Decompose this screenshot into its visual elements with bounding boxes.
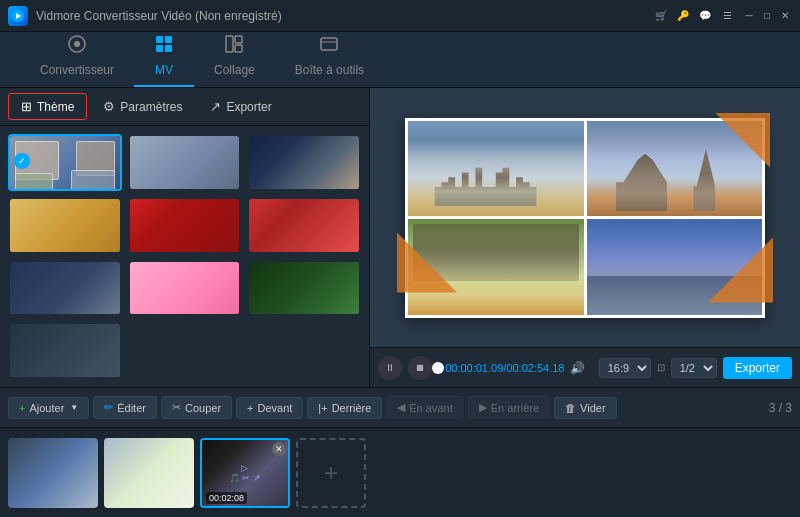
export-button-right[interactable]: Exporter [723, 357, 792, 379]
sub-tab-parametres-label: Paramètres [120, 100, 182, 114]
pause-button[interactable]: ⏸ [378, 356, 402, 380]
tab-mv[interactable]: MV [134, 28, 194, 87]
tab-boite-label: Boîte à outils [295, 63, 364, 77]
cut-label: Couper [185, 402, 221, 414]
theme-item-xmas-tree[interactable]: Christmas Tree [247, 260, 361, 317]
timeline: ▷🎵 ✂ ↗ 00:02:08✕+ [0, 427, 800, 517]
after-icon: |+ [318, 402, 327, 414]
theme-thumb-simple [130, 136, 240, 191]
progress-dot [432, 362, 444, 374]
tab-convertisseur-label: Convertisseur [40, 63, 114, 77]
add-clip-button[interactable]: + [296, 438, 366, 508]
svg-rect-8 [226, 36, 233, 52]
theme-item-snowy-night[interactable]: Snowy Night [8, 260, 122, 317]
clip-duration-clip3: 00:02:08 [206, 492, 247, 504]
quality-select[interactable]: 1/2 1/1 1/4 [671, 358, 717, 378]
time-current: 00:00:01.09 [445, 362, 503, 374]
before-button[interactable]: + Devant [236, 397, 303, 419]
theme-item-beautiful[interactable]: Beautiful Christmas [8, 322, 122, 379]
edit-button[interactable]: ✏ Éditer [93, 396, 157, 419]
collage-cell-3 [408, 219, 584, 315]
svg-rect-4 [156, 36, 163, 43]
app-icon [8, 6, 28, 26]
close-button[interactable]: ✕ [778, 9, 792, 23]
before-icon: + [247, 402, 253, 414]
menu-icon[interactable]: ☰ [720, 9, 734, 23]
window-controls: 🛒 🔑 💬 ☰ ─ □ ✕ [654, 9, 792, 23]
convertisseur-icon [67, 34, 87, 59]
tab-collage-label: Collage [214, 63, 255, 77]
tab-convertisseur[interactable]: Convertisseur [20, 28, 134, 87]
clip-thumb-clip2 [104, 438, 194, 508]
svg-point-3 [74, 41, 80, 47]
selected-badge-actuel: ✓ [14, 153, 30, 169]
sub-nav: ⊞ Thème ⚙ Paramètres ↗ Exporter [0, 88, 369, 126]
cut-button[interactable]: ✂ Couper [161, 396, 232, 419]
forward-button[interactable]: ◀ En avant [386, 396, 463, 419]
theme-thumb-christmas-eve [249, 136, 359, 191]
backward-icon: ▶ [479, 401, 487, 414]
forward-icon: ◀ [397, 401, 405, 414]
before-label: Devant [257, 402, 292, 414]
theme-item-christmas-eve[interactable]: Christmas Eve [247, 134, 361, 191]
after-label: Derrière [332, 402, 372, 414]
clip-clip1[interactable] [8, 438, 98, 508]
controls-bar: ⏸ ⏹ 00:00:01.09/00:02:54.18 🔊 16:9 4:3 1… [370, 347, 800, 387]
progress-bar[interactable] [438, 366, 439, 370]
clip-close-clip3[interactable]: ✕ [272, 442, 286, 456]
svg-rect-10 [235, 45, 242, 52]
edit-label: Éditer [117, 402, 146, 414]
sub-tab-parametres[interactable]: ⚙ Paramètres [91, 94, 194, 119]
sub-tab-exporter-label: Exporter [226, 100, 271, 114]
theme-thumb-xmas-tree [249, 262, 359, 317]
exporter-icon: ↗ [210, 99, 221, 114]
main-nav: Convertisseur MV Collage Boîte à outils [0, 32, 800, 88]
cut-icon: ✂ [172, 401, 181, 414]
ratio-select[interactable]: 16:9 4:3 1:1 [599, 358, 651, 378]
theme-item-santa-claus[interactable]: Santa Claus [247, 197, 361, 254]
clear-label: Vider [580, 402, 605, 414]
time-display: 00:00:01.09/00:02:54.18 [445, 362, 564, 374]
message-icon[interactable]: 💬 [698, 9, 712, 23]
after-button[interactable]: |+ Derrière [307, 397, 382, 419]
sub-tab-exporter[interactable]: ↗ Exporter [198, 94, 283, 119]
volume-icon[interactable]: 🔊 [570, 361, 585, 375]
cart-icon[interactable]: 🛒 [654, 9, 668, 23]
theme-item-merry-christmas[interactable]: Merry Christmas [128, 197, 242, 254]
boite-icon [319, 34, 339, 59]
theme-item-happy[interactable]: Happy [8, 197, 122, 254]
content-area: ⊞ Thème ⚙ Paramètres ↗ Exporter ✓ActuelS… [0, 88, 800, 387]
theme-grid: ✓ActuelSimpleChristmas EveHappyMerry Chr… [0, 126, 369, 387]
theme-thumb-stripes [130, 262, 240, 317]
theme-item-stripes[interactable]: Stripes & Waves [128, 260, 242, 317]
maximize-button[interactable]: □ [760, 9, 774, 23]
clip-clip3[interactable]: ▷🎵 ✂ ↗ 00:02:08✕ [200, 438, 290, 508]
theme-thumb-merry-christmas [130, 199, 240, 254]
backward-button[interactable]: ▶ En arrière [468, 396, 550, 419]
clip-clip2[interactable] [104, 438, 194, 508]
sub-tab-theme[interactable]: ⊞ Thème [8, 93, 87, 120]
page-count: 3 / 3 [769, 401, 792, 415]
theme-item-simple[interactable]: Simple [128, 134, 242, 191]
theme-thumb-happy [10, 199, 120, 254]
minimize-button[interactable]: ─ [742, 9, 756, 23]
theme-thumb-beautiful [10, 324, 120, 379]
add-icon: + [19, 402, 25, 414]
svg-rect-6 [156, 45, 163, 52]
time-total: 00:02:54.18 [506, 362, 564, 374]
svg-rect-5 [165, 36, 172, 43]
svg-rect-9 [235, 36, 242, 43]
theme-item-actuel[interactable]: ✓Actuel [8, 134, 122, 191]
stop-button[interactable]: ⏹ [408, 356, 432, 380]
add-button[interactable]: + Ajouter ▼ [8, 397, 89, 419]
preview-area [370, 88, 800, 347]
action-bar: + Ajouter ▼ ✏ Éditer ✂ Couper + Devant |… [0, 387, 800, 427]
tab-collage[interactable]: Collage [194, 28, 275, 87]
mv-icon [154, 34, 174, 59]
tab-boite[interactable]: Boîte à outils [275, 28, 384, 87]
key-icon[interactable]: 🔑 [676, 9, 690, 23]
forward-label: En avant [409, 402, 452, 414]
right-panel: ⏸ ⏹ 00:00:01.09/00:02:54.18 🔊 16:9 4:3 1… [370, 88, 800, 387]
add-label: Ajouter [29, 402, 64, 414]
clear-button[interactable]: 🗑 Vider [554, 397, 616, 419]
